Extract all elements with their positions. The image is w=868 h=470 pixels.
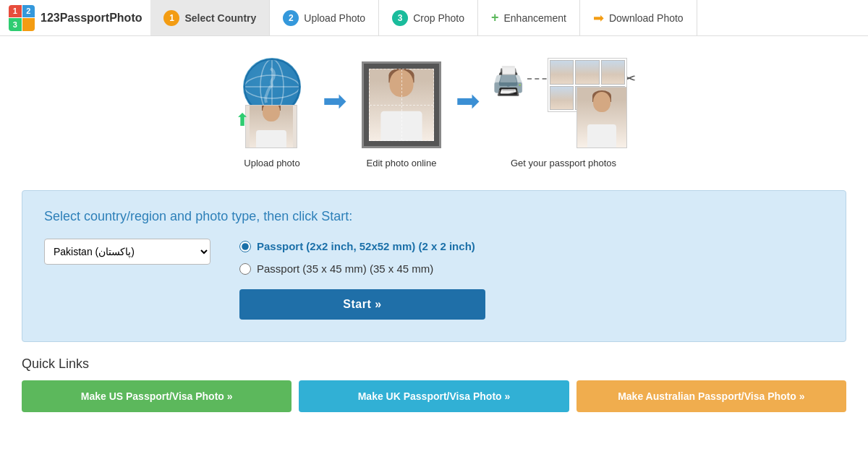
main-content: ⬆ Upload photo ➡ bbox=[0, 36, 868, 434]
quick-links-row: Make US Passport/Visa Photo » Make UK Pa… bbox=[22, 380, 846, 412]
photo-thumb-3 bbox=[601, 60, 625, 85]
radio-label-passport-2x2: Passport (2x2 inch, 52x52 mm) (2 x 2 inc… bbox=[257, 240, 475, 252]
tab-download-photo[interactable]: ➡ Download Photo bbox=[580, 0, 697, 35]
step-badge-3: 3 bbox=[392, 10, 408, 26]
radio-input-passport-35x45[interactable] bbox=[239, 263, 251, 275]
printer-icon: 🖨️ bbox=[491, 65, 525, 97]
logo-area: 1 2 3 123PassportPhoto bbox=[0, 0, 150, 35]
radio-passport-35x45[interactable]: Passport (35 x 45 mm) (35 x 45 mm) bbox=[239, 262, 485, 275]
tab-label-crop-photo: Crop Photo bbox=[413, 12, 464, 24]
upload-label: Upload photo bbox=[244, 158, 299, 168]
illus-upload: ⬆ Upload photo bbox=[232, 58, 312, 168]
tab-crop-photo[interactable]: 3 Crop Photo bbox=[379, 0, 478, 35]
illustration-row: ⬆ Upload photo ➡ bbox=[22, 51, 846, 176]
country-select[interactable]: Pakistan (پاکستان) United States United … bbox=[44, 239, 210, 265]
au-passport-button[interactable]: Make Australian Passport/Visa Photo » bbox=[576, 380, 846, 412]
radio-passport-2x2[interactable]: Passport (2x2 inch, 52x52 mm) (2 x 2 inc… bbox=[239, 240, 485, 252]
brand-name: 123PassportPhoto bbox=[41, 12, 142, 25]
output-illustration: 🖨️ ✂ bbox=[491, 58, 636, 152]
quick-links-section: Quick Links Make US Passport/Visa Photo … bbox=[22, 356, 846, 427]
logo-cell-1: 1 bbox=[9, 5, 22, 18]
photo-thumb-2 bbox=[575, 60, 599, 85]
output-label: Get your passport photos bbox=[511, 158, 616, 168]
logo-cell-2: 2 bbox=[22, 5, 35, 18]
start-button[interactable]: Start » bbox=[239, 289, 485, 320]
upload-illustration: ⬆ bbox=[232, 58, 312, 152]
tab-label-select-country: Select Country bbox=[184, 12, 256, 24]
tab-enhancement[interactable]: + Enhancement bbox=[478, 0, 580, 35]
single-photo bbox=[576, 87, 627, 148]
step-arrow-1: ➡ bbox=[323, 84, 347, 117]
tab-label-enhancement: Enhancement bbox=[503, 12, 566, 24]
logo-cell-3: 3 bbox=[9, 18, 22, 31]
start-section: Start » bbox=[239, 289, 485, 320]
nav-tabs: 1 Select Country 2 Upload Photo 3 Crop P… bbox=[150, 0, 697, 35]
illus-edit: Edit photo online bbox=[358, 58, 445, 168]
logo-icon: 1 2 3 bbox=[9, 5, 35, 31]
selection-body: Pakistan (پاکستان) United States United … bbox=[44, 239, 824, 320]
step-badge-1: 1 bbox=[163, 10, 179, 26]
us-passport-button[interactable]: Make US Passport/Visa Photo » bbox=[22, 380, 292, 412]
radio-label-passport-35x45: Passport (35 x 45 mm) (35 x 45 mm) bbox=[257, 262, 433, 275]
step-arrow-2: ➡ bbox=[456, 84, 480, 117]
selection-panel: Select country/region and photo type, th… bbox=[22, 190, 846, 342]
step-badge-2: 2 bbox=[283, 10, 299, 26]
logo-cell-4 bbox=[22, 18, 35, 31]
plus-icon: + bbox=[491, 10, 499, 25]
arrow-right-icon: ➡ bbox=[593, 10, 604, 26]
upload-photo-box bbox=[245, 105, 297, 148]
quick-links-title: Quick Links bbox=[22, 356, 846, 372]
tab-label-download-photo: Download Photo bbox=[609, 12, 684, 24]
radio-options: Passport (2x2 inch, 52x52 mm) (2 x 2 inc… bbox=[239, 240, 485, 275]
uk-passport-button[interactable]: Make UK Passport/Visa Photo » bbox=[299, 380, 569, 412]
photo-thumb-1 bbox=[550, 60, 574, 85]
photo-frame bbox=[362, 61, 441, 148]
selection-title: Select country/region and photo type, th… bbox=[44, 209, 824, 224]
illus-output: 🖨️ ✂ bbox=[491, 58, 636, 168]
tab-upload-photo[interactable]: 2 Upload Photo bbox=[270, 0, 379, 35]
edit-label: Edit photo online bbox=[367, 158, 437, 168]
radio-input-passport-2x2[interactable] bbox=[239, 241, 251, 252]
header: 1 2 3 123PassportPhoto 1 Select Country … bbox=[0, 0, 868, 36]
photo-thumb-4 bbox=[550, 86, 574, 111]
tab-label-upload-photo: Upload Photo bbox=[304, 12, 365, 24]
photo-type-section: Passport (2x2 inch, 52x52 mm) (2 x 2 inc… bbox=[239, 239, 485, 320]
upload-arrow-icon: ⬆ bbox=[235, 110, 250, 130]
edit-illustration bbox=[358, 58, 445, 152]
tab-select-country[interactable]: 1 Select Country bbox=[150, 0, 270, 35]
